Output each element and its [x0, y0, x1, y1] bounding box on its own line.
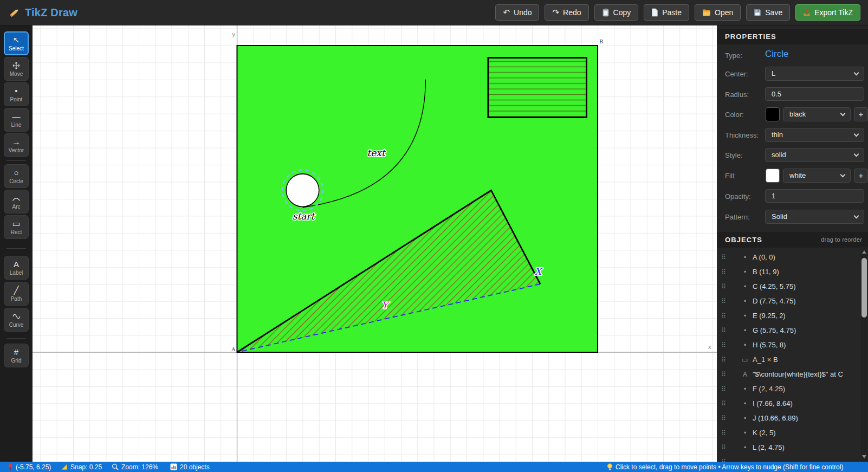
drag-handle-icon[interactable]: ⠿ — [721, 371, 726, 378]
add-color-button[interactable]: + — [854, 107, 868, 121]
drag-handle-icon[interactable]: ⠿ — [721, 327, 726, 334]
tool-select[interactable]: ↖ Select — [4, 31, 29, 55]
export-tikz-button[interactable]: Export TikZ — [795, 4, 860, 21]
object-label: "$\contour{white}{text}$" at C — [753, 370, 843, 378]
object-row[interactable]: ⠿ A "$\contour{white}{text}$" at C — [717, 367, 860, 382]
drag-handle-icon[interactable]: ⠿ — [721, 312, 726, 320]
object-type-icon: • — [741, 283, 749, 290]
corner-a-label: A — [231, 346, 236, 352]
tool-circle[interactable]: ○ Circle — [4, 164, 29, 188]
tool-rect-label: Rect — [11, 229, 22, 235]
tool-line-label: Line — [11, 122, 22, 128]
object-label: J (10.66, 6.89) — [753, 414, 798, 422]
paste-button[interactable]: Paste — [644, 4, 689, 21]
pattern-select[interactable]: Solid — [765, 210, 864, 224]
object-row[interactable]: ⠿ • B (11, 9) — [717, 264, 860, 279]
undo-button-label: Undo — [514, 8, 532, 17]
color-select[interactable]: black — [783, 107, 851, 121]
opacity-input[interactable] — [765, 189, 864, 203]
objects-scrollbar[interactable] — [861, 247, 867, 462]
open-button[interactable]: Open — [695, 4, 741, 21]
tool-arc[interactable]: Arc — [4, 190, 29, 214]
status-hint: Click to select, drag to move points • A… — [607, 462, 843, 472]
object-row[interactable]: ⠿ ▭ A_1 × B — [717, 352, 860, 367]
color-swatch[interactable] — [766, 107, 780, 121]
object-row[interactable]: ⠿ • D (7.75, 4.75) — [717, 294, 860, 308]
drag-handle-icon[interactable]: ⠿ — [721, 356, 726, 364]
object-row[interactable]: ⠿ • A (0, 0) — [717, 250, 860, 264]
tool-path[interactable]: ╱ Path — [4, 282, 29, 306]
object-row[interactable]: ⠿ • C (4.25, 5.75) — [717, 279, 860, 294]
tool-grid[interactable]: # Grid — [4, 344, 29, 367]
chevron-down-icon — [854, 132, 859, 137]
property-row-center: Center: L — [725, 67, 864, 81]
type-value: Circle — [765, 49, 788, 60]
object-row[interactable]: ⠿ • K (2, 5) — [717, 425, 860, 440]
save-button[interactable]: Save — [746, 4, 790, 21]
status-hint-text: Click to select, drag to move points • A… — [616, 463, 843, 471]
fill-swatch[interactable] — [766, 169, 780, 183]
tool-move[interactable]: Move — [4, 57, 29, 81]
radius-input[interactable] — [765, 87, 864, 101]
magnifier-icon — [112, 463, 119, 470]
tool-line[interactable]: — Line — [4, 108, 29, 132]
redo-button[interactable]: ↷ Redo — [545, 4, 588, 21]
drag-handle-icon[interactable]: ⠿ — [721, 415, 726, 422]
start-annotation[interactable]: start — [293, 211, 316, 222]
copy-button[interactable]: Copy — [594, 4, 639, 21]
drag-handle-icon[interactable]: ⠿ — [721, 429, 726, 437]
radius-label: Radius: — [725, 87, 749, 102]
bar-chart-icon — [170, 463, 177, 470]
object-type-icon: • — [741, 254, 749, 261]
object-row[interactable]: ⠿ • L (2, 4.75) — [717, 440, 860, 455]
canvas-area[interactable]: text start X Y A B y x — [33, 25, 717, 462]
tool-point[interactable]: • Point — [4, 82, 29, 106]
tool-curve[interactable]: Curve — [4, 308, 29, 332]
property-row-pattern: Pattern: Solid — [725, 210, 864, 224]
drawing-canvas[interactable]: text start X Y A B y x — [33, 25, 717, 462]
drag-handle-icon[interactable]: ⠿ — [721, 444, 726, 451]
drag-handle-icon[interactable]: ⠿ — [721, 298, 726, 305]
object-label: K (2, 5) — [753, 429, 776, 437]
fill-select[interactable]: white — [783, 169, 851, 183]
snap-value: Snap: 0.25 — [70, 463, 102, 471]
style-select-value: solid — [772, 151, 786, 159]
undo-arrow-icon: ↶ — [503, 8, 510, 17]
scroll-down-arrow-icon[interactable] — [862, 455, 866, 458]
drag-handle-icon[interactable]: ⠿ — [721, 268, 726, 276]
drag-handle-icon[interactable]: ⠿ — [721, 341, 726, 349]
tool-label[interactable]: A Label — [4, 256, 29, 280]
scroll-up-arrow-icon[interactable] — [862, 250, 866, 254]
text-annotation[interactable]: text — [367, 147, 386, 158]
object-row[interactable]: ⠿ • J (10.66, 6.89) — [717, 411, 860, 425]
center-select[interactable]: L — [765, 67, 864, 81]
drag-handle-icon[interactable]: ⠿ — [721, 254, 726, 261]
undo-button[interactable]: ↶ Undo — [495, 4, 539, 21]
save-button-label: Save — [765, 8, 782, 17]
top-bar: TikZ Draw ↶ Undo ↷ Redo Copy — [0, 0, 868, 25]
tool-rect[interactable]: ▭ Rect — [4, 215, 29, 239]
style-select[interactable]: solid — [765, 148, 864, 162]
object-row[interactable]: ⠿ • F (2, 4.25) — [717, 382, 860, 396]
drag-handle-icon[interactable]: ⠿ — [721, 385, 726, 393]
object-row[interactable]: ⠿ • H (5.75, 8) — [717, 338, 860, 352]
hatched-rectangle[interactable] — [488, 58, 587, 118]
topbar-buttons: ↶ Undo ↷ Redo Copy — [495, 4, 868, 21]
object-label: C (4.25, 5.75) — [753, 282, 796, 290]
app-logo: TikZ Draw — [0, 7, 77, 19]
selected-circle[interactable] — [286, 174, 319, 207]
object-type-icon: • — [741, 429, 749, 437]
object-row[interactable]: ⠿ • I (7.66, 8.64) — [717, 396, 860, 411]
object-row[interactable]: ⠿ • G (5.75, 4.75) — [717, 323, 860, 338]
add-fill-button[interactable]: + — [854, 169, 868, 183]
drag-handle-icon[interactable]: ⠿ — [721, 400, 726, 408]
drag-handle-icon[interactable]: ⠿ — [721, 283, 726, 290]
object-row[interactable]: ⠿ — [717, 455, 860, 462]
object-row[interactable]: ⠿ • E (9.25, 2) — [717, 308, 860, 323]
object-type-icon: • — [741, 312, 749, 320]
point-dot-icon: • — [15, 87, 17, 96]
select-arrow-icon: ↖ — [13, 36, 20, 45]
scrollbar-thumb[interactable] — [861, 258, 867, 318]
tool-vector[interactable]: → Vector — [4, 133, 29, 157]
thickness-select[interactable]: thin — [765, 128, 864, 142]
